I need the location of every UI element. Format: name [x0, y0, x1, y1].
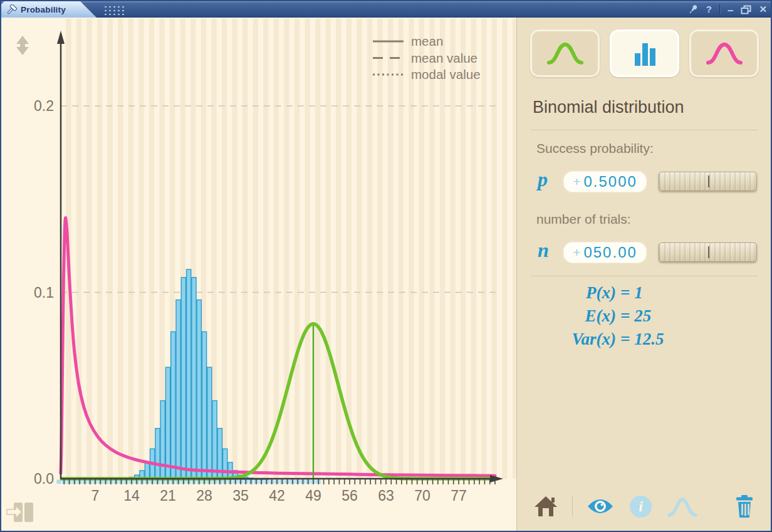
distribution-chart[interactable]: 7142128354249566370770.00.10.2meanmean v…	[1, 18, 516, 531]
probability-total-stat: P(x)= 1	[527, 281, 671, 305]
dist-button-pink-curve[interactable]	[689, 29, 759, 77]
svg-text:28: 28	[196, 488, 212, 504]
p-value-field[interactable]: + 0.5000	[561, 169, 649, 194]
bottom-toolbar: i	[517, 493, 771, 521]
clear-button[interactable]	[735, 495, 754, 520]
svg-text:0.2: 0.2	[34, 98, 54, 114]
curve-toggle-button[interactable]	[667, 497, 697, 519]
show-hide-button[interactable]	[587, 498, 613, 518]
svg-text:21: 21	[160, 488, 176, 504]
help-icon[interactable]: ?	[706, 1, 712, 18]
dist-button-histogram[interactable]	[610, 29, 679, 77]
p-value-number: 0.5000	[583, 173, 637, 190]
svg-text:42: 42	[269, 488, 285, 504]
info-icon: i	[630, 496, 652, 518]
svg-text:49: 49	[305, 488, 321, 504]
eye-icon	[587, 498, 613, 515]
statistics-block: P(x)= 1 E(x)= 25 Var(x)= 12.5	[527, 281, 671, 351]
p-symbol: p	[538, 168, 548, 191]
drag-handle-dots[interactable]	[103, 5, 125, 15]
close-icon[interactable]: ✕	[759, 1, 767, 18]
divider	[531, 276, 758, 276]
variance-stat: Var(x)= 12.5	[527, 328, 671, 351]
svg-text:77: 77	[451, 488, 467, 504]
legend-label: mean value	[411, 51, 477, 65]
svg-text:14: 14	[123, 488, 140, 504]
app-window: Probability ? – ✕ 7142128354249566370770…	[0, 0, 772, 532]
n-value-field[interactable]: + 050.00	[561, 240, 649, 265]
number-of-trials-label: number of trials:	[536, 212, 631, 227]
svg-text:70: 70	[414, 488, 430, 504]
legend-label: modal value	[411, 67, 481, 81]
info-button[interactable]: i	[630, 496, 652, 518]
svg-text:35: 35	[232, 488, 249, 504]
n-symbol: n	[538, 239, 549, 262]
y-scale-icon[interactable]	[16, 36, 29, 55]
minimize-icon[interactable]: –	[728, 3, 733, 19]
pin-icon[interactable]	[687, 4, 699, 15]
svg-text:63: 63	[378, 488, 394, 504]
pink-bell-curve-icon	[705, 40, 744, 66]
svg-text:0.0: 0.0	[34, 471, 54, 487]
svg-text:0.1: 0.1	[34, 284, 54, 301]
home-icon	[535, 496, 557, 517]
success-probability-label: Success probability:	[536, 141, 654, 156]
trash-icon	[735, 495, 754, 518]
green-bell-curve-icon	[546, 40, 585, 66]
hammer-icon	[6, 4, 17, 15]
blue-bar-chart-icon	[632, 39, 657, 67]
p-value-sign: +	[573, 174, 580, 189]
toolbar-separator	[572, 496, 573, 517]
distribution-title: Binomial distribution	[533, 98, 684, 117]
n-slider-marker	[708, 246, 709, 258]
control-panel: Binomial distribution Success probabilit…	[516, 18, 771, 531]
divider	[531, 130, 758, 130]
tab-probability[interactable]: Probability	[1, 1, 96, 18]
dist-button-green-curve[interactable]	[530, 29, 600, 77]
legend-label: mean	[411, 34, 443, 48]
svg-text:7: 7	[91, 488, 100, 504]
home-button[interactable]	[535, 496, 557, 519]
p-slider[interactable]	[659, 172, 757, 191]
bell-curve-icon	[667, 497, 697, 517]
distribution-selector	[530, 29, 759, 77]
expected-value-stat: E(x)= 25	[527, 305, 671, 328]
svg-text:56: 56	[342, 488, 358, 504]
titlebar: Probability ? – ✕	[1, 1, 771, 18]
restore-icon[interactable]	[741, 5, 751, 14]
n-slider[interactable]	[659, 243, 757, 262]
plot-stripes	[66, 19, 516, 479]
titlebar-separator	[719, 4, 720, 14]
n-value-number: 050.00	[583, 244, 637, 261]
p-slider-marker	[708, 175, 709, 187]
tab-label: Probability	[21, 5, 66, 14]
n-value-sign: +	[573, 245, 580, 260]
theory-book-icon[interactable]	[7, 503, 33, 522]
